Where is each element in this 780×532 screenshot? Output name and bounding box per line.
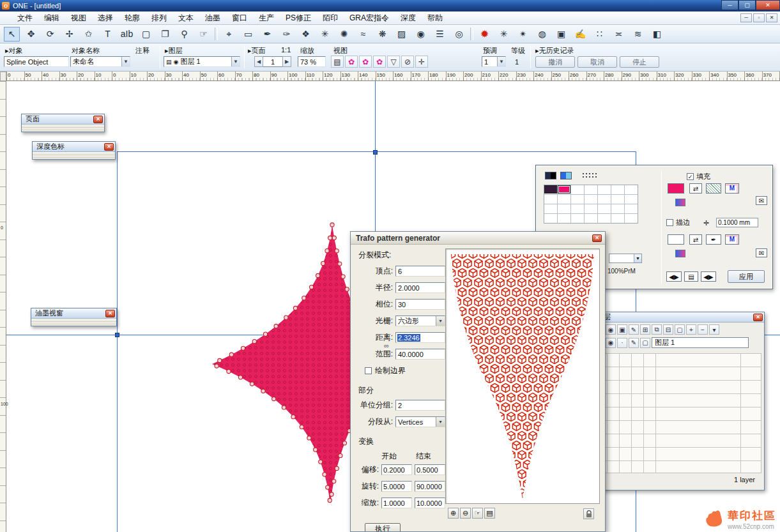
node-handle[interactable] xyxy=(323,473,326,476)
layer-menu-icon[interactable]: ▾ xyxy=(709,324,719,335)
apply-button[interactable]: 应用 xyxy=(728,270,765,283)
node-handle[interactable] xyxy=(341,275,345,278)
edit-toggle-icon[interactable]: ✎ xyxy=(629,324,639,335)
hatch-fill-icon[interactable] xyxy=(706,183,721,194)
undo-button[interactable]: 撤消 xyxy=(535,56,575,68)
sparkle-tool-icon[interactable]: ✺ xyxy=(336,27,352,42)
zoom-in-icon[interactable]: ⊕ xyxy=(448,508,459,519)
fit-page-icon[interactable]: ▤ xyxy=(484,508,495,519)
lock-icon[interactable] xyxy=(583,508,594,519)
chevron-down-icon[interactable]: ▼ xyxy=(231,57,240,66)
zoom-field[interactable]: 73 % xyxy=(298,56,326,67)
layer-visible-icon[interactable]: ◉ xyxy=(606,338,616,348)
star-tool-icon[interactable]: ✩ xyxy=(80,27,96,42)
palette-titlebar[interactable]: 页面 ✕ xyxy=(22,114,104,125)
menu-item[interactable]: PS修正 xyxy=(280,11,317,25)
layer-name-cell[interactable]: 图层 1 xyxy=(652,337,749,348)
direct-select-tool-icon[interactable]: ✥ xyxy=(23,27,39,42)
gradient-fill-icon[interactable] xyxy=(675,199,685,206)
ruler-icon[interactable]: ▤ xyxy=(684,271,698,282)
vertical-ruler[interactable]: 0 100 200 xyxy=(0,81,6,532)
waves-tool-icon[interactable]: ≋ xyxy=(630,27,646,42)
node-handle[interactable] xyxy=(293,306,297,310)
layer-color-icon[interactable]: ▢ xyxy=(640,338,650,348)
node-handle[interactable] xyxy=(335,249,339,253)
node-handle[interactable] xyxy=(307,436,311,440)
pattern-tool-icon[interactable]: ✹ xyxy=(477,27,493,42)
node-handle[interactable] xyxy=(316,273,319,277)
boxed-star-tool-icon[interactable]: ✴ xyxy=(515,27,531,42)
frame-tool-icon[interactable]: ▣ xyxy=(553,27,569,42)
stroke-checkbox[interactable]: 描边 xyxy=(666,218,690,227)
node-handle[interactable] xyxy=(274,324,278,328)
horizontal-ruler[interactable]: 0504030201001020304050607080901001101201… xyxy=(6,72,780,81)
prev-page-icon[interactable]: ◀ xyxy=(254,56,263,67)
zoom-out-icon[interactable]: ⊖ xyxy=(460,508,471,519)
depth-colorbar-palette[interactable]: 深度色标 ✕ xyxy=(32,141,116,160)
wave-tool-icon[interactable]: ≈ xyxy=(355,27,371,42)
object-type-field[interactable]: Spline Object xyxy=(4,56,69,67)
zoom-tool-icon[interactable]: ⚲ xyxy=(176,27,192,42)
menu-item[interactable]: 文本 xyxy=(172,11,199,25)
swatch-magenta-selected[interactable] xyxy=(558,185,570,194)
node-handle[interactable] xyxy=(229,353,233,356)
select-tool-icon[interactable]: ↖ xyxy=(4,27,20,42)
master-stroke-icon[interactable]: M xyxy=(725,234,739,245)
node-handle[interactable] xyxy=(332,236,336,239)
ink-window-palette[interactable]: 油墨视窗 ✕ xyxy=(31,308,117,326)
close-icon[interactable]: ✕ xyxy=(104,143,114,151)
chevron-down-icon[interactable]: ▼ xyxy=(497,57,505,66)
chevron-down-icon[interactable]: ▼ xyxy=(121,57,130,66)
visibility-toggle-icon[interactable]: ◉ xyxy=(606,324,616,335)
gradient-stroke-icon[interactable] xyxy=(675,250,685,257)
node-handle[interactable] xyxy=(284,315,288,319)
menu-item[interactable]: 生产 xyxy=(253,11,280,25)
node-handle[interactable] xyxy=(325,249,329,253)
stop-button[interactable]: 停止 xyxy=(620,56,659,68)
add-layer-icon[interactable]: + xyxy=(686,324,696,335)
rect-tool-icon[interactable]: ▢ xyxy=(138,27,154,42)
node-handle[interactable] xyxy=(328,236,332,239)
node-handle[interactable] xyxy=(339,453,342,457)
node-handle[interactable] xyxy=(238,376,242,379)
menu-item[interactable]: 油墨 xyxy=(199,11,226,25)
layer-combo[interactable]: ▤ ◉ 图层 1▼ xyxy=(164,56,240,67)
pattern-view-3-icon[interactable]: ✿ xyxy=(373,56,386,68)
envelope-icon[interactable]: ✉ xyxy=(756,248,767,257)
node-handle[interactable] xyxy=(291,415,295,419)
swap-arrows-icon[interactable]: ⇄ xyxy=(689,234,702,245)
node-handle[interactable] xyxy=(338,262,342,266)
asterisk-tool-icon[interactable]: ✳ xyxy=(496,27,512,42)
node-handle[interactable] xyxy=(319,460,323,464)
node-handle[interactable] xyxy=(250,382,254,386)
stroke-color-swatch[interactable] xyxy=(668,234,684,245)
grid-dots-icon[interactable]: ∷ xyxy=(592,27,608,42)
trim-tool-icon[interactable]: ▭ xyxy=(240,27,256,42)
node-handle[interactable] xyxy=(227,369,231,373)
pan-tool-icon[interactable]: ☞ xyxy=(195,27,211,42)
chevron-down-icon[interactable]: ▼ xyxy=(634,254,641,262)
node-handle[interactable] xyxy=(330,223,334,227)
doc-minimize-button[interactable]: ─ xyxy=(740,13,752,22)
node-handle[interactable] xyxy=(218,358,222,362)
page-palette[interactable]: 页面 ✕ xyxy=(21,114,105,132)
merge-layer-icon[interactable]: ⊟ xyxy=(663,324,673,335)
doc-close-button[interactable]: ✕ xyxy=(766,13,777,22)
stroke-width-field[interactable]: 0.1000 mm xyxy=(716,218,758,227)
page-number-field[interactable]: 1 xyxy=(263,56,282,67)
width-stepper-icon[interactable]: ✛ xyxy=(703,219,709,227)
preset-combo[interactable]: 1▼ xyxy=(482,56,506,67)
palette-titlebar[interactable]: 图层 ✕ xyxy=(592,312,764,323)
cancel-button[interactable]: 取消 xyxy=(577,56,617,68)
node-handle[interactable] xyxy=(314,448,317,452)
menu-item[interactable]: 文件 xyxy=(11,11,38,25)
node-handle[interactable] xyxy=(300,425,303,429)
node-handle[interactable] xyxy=(272,397,276,400)
menu-item[interactable]: 轮廓 xyxy=(119,11,146,25)
node-handle[interactable] xyxy=(345,287,349,291)
page-preview-icon[interactable]: ▤ xyxy=(331,56,344,68)
fill-checkbox[interactable]: ✓ 填充 xyxy=(687,172,710,181)
layer-dot-icon[interactable]: · xyxy=(617,338,627,348)
percent-combo[interactable]: ▼ xyxy=(609,254,642,263)
node-handle[interactable] xyxy=(330,492,333,496)
